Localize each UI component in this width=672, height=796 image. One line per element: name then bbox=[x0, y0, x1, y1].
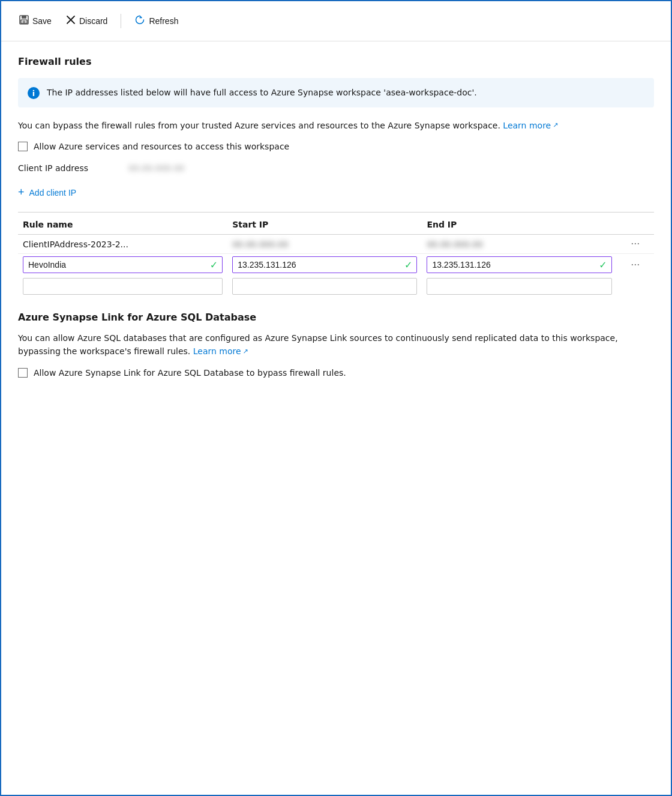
start-ip-cell: 00.00.000.00 bbox=[227, 235, 422, 254]
firewall-section-title: Firewall rules bbox=[18, 56, 654, 67]
azure-link-learn-more-link[interactable]: Learn more ↗ bbox=[193, 345, 248, 358]
table-header-row: Rule name Start IP End IP bbox=[18, 213, 654, 235]
end-ip-cell: 00.00.000.00 bbox=[422, 235, 616, 254]
editing-start-ip-container: ✓ bbox=[232, 256, 417, 273]
azure-synapse-link-section: Azure Synapse Link for Azure SQL Databas… bbox=[18, 312, 654, 378]
azure-link-checkbox[interactable] bbox=[18, 368, 28, 378]
start-ip-check-icon: ✓ bbox=[404, 259, 412, 271]
azure-link-external-icon: ↗ bbox=[243, 346, 248, 357]
start-ip-value: 00.00.000.00 bbox=[232, 240, 289, 249]
allow-azure-label: Allow Azure services and resources to ac… bbox=[34, 142, 289, 151]
discard-button[interactable]: Discard bbox=[60, 11, 113, 31]
svg-rect-3 bbox=[23, 21, 26, 23]
main-content: Firewall rules i The IP addresses listed… bbox=[1, 41, 671, 404]
rule-name-value: ClientIPAddress-2023-2... bbox=[23, 240, 128, 249]
editing-row: ✓ ✓ ✓ ··· bbox=[18, 254, 654, 276]
refresh-icon bbox=[134, 14, 145, 28]
empty-rule-name-input[interactable] bbox=[23, 278, 223, 295]
allow-azure-checkbox-row: Allow Azure services and resources to ac… bbox=[18, 142, 654, 151]
client-ip-row: Client IP address 00.00.000.00 bbox=[18, 163, 654, 173]
discard-icon bbox=[66, 15, 76, 27]
editing-end-ip-cell[interactable]: ✓ bbox=[422, 254, 616, 276]
editing-row-more-options-button[interactable]: ··· bbox=[627, 258, 643, 272]
empty-end-ip-cell[interactable] bbox=[422, 276, 616, 297]
row-more-options-button[interactable]: ··· bbox=[627, 237, 643, 251]
client-ip-value: 00.00.000.00 bbox=[128, 163, 185, 173]
editing-end-ip-container: ✓ bbox=[427, 256, 611, 273]
editing-row-actions-cell: ··· bbox=[617, 254, 654, 276]
bypass-text: You can bypass the firewall rules from y… bbox=[18, 119, 654, 132]
col-header-rule: Rule name bbox=[18, 213, 227, 235]
plus-icon: + bbox=[18, 186, 25, 199]
firewall-table: Rule name Start IP End IP ClientIPAddres… bbox=[18, 213, 654, 297]
svg-rect-1 bbox=[22, 16, 26, 19]
col-header-end: End IP bbox=[422, 213, 616, 235]
azure-link-desc-text: You can allow Azure SQL databases that a… bbox=[18, 333, 618, 356]
empty-rule-name-cell[interactable] bbox=[18, 276, 227, 297]
toolbar-divider bbox=[121, 14, 121, 28]
empty-row-actions-cell bbox=[617, 276, 654, 297]
rule-name-input[interactable] bbox=[23, 256, 223, 273]
save-icon bbox=[19, 15, 29, 27]
end-ip-value: 00.00.000.00 bbox=[427, 240, 483, 249]
editing-rule-name-container: ✓ bbox=[23, 256, 223, 273]
table-row: ClientIPAddress-2023-2... 00.00.000.00 0… bbox=[18, 235, 654, 254]
info-icon: i bbox=[28, 87, 40, 99]
editing-rule-name-cell[interactable]: ✓ bbox=[18, 254, 227, 276]
azure-link-description: You can allow Azure SQL databases that a… bbox=[18, 331, 654, 358]
editing-start-ip-cell[interactable]: ✓ bbox=[227, 254, 422, 276]
refresh-label: Refresh bbox=[149, 16, 178, 26]
rule-name-cell: ClientIPAddress-2023-2... bbox=[18, 235, 227, 254]
empty-row bbox=[18, 276, 654, 297]
add-client-ip-label: Add client IP bbox=[29, 188, 77, 197]
client-ip-label: Client IP address bbox=[18, 163, 114, 173]
save-label: Save bbox=[32, 16, 52, 26]
azure-link-title: Azure Synapse Link for Azure SQL Databas… bbox=[18, 312, 654, 323]
rule-name-check-icon: ✓ bbox=[210, 259, 218, 271]
bypass-text-content: You can bypass the firewall rules from y… bbox=[18, 121, 500, 130]
start-ip-input[interactable] bbox=[232, 256, 417, 273]
end-ip-check-icon: ✓ bbox=[599, 259, 607, 271]
discard-label: Discard bbox=[79, 16, 107, 26]
external-link-icon: ↗ bbox=[553, 121, 558, 131]
save-button[interactable]: Save bbox=[13, 11, 58, 31]
info-banner-text: The IP addresses listed below will have … bbox=[47, 86, 477, 99]
end-ip-input[interactable] bbox=[427, 256, 611, 273]
empty-start-ip-input[interactable] bbox=[232, 278, 417, 295]
refresh-button[interactable]: Refresh bbox=[128, 11, 184, 31]
allow-azure-checkbox[interactable] bbox=[18, 142, 28, 151]
empty-end-ip-input[interactable] bbox=[427, 278, 611, 295]
bypass-learn-more-label: Learn more bbox=[503, 119, 551, 132]
azure-link-checkbox-label: Allow Azure Synapse Link for Azure SQL D… bbox=[34, 368, 346, 378]
info-banner: i The IP addresses listed below will hav… bbox=[18, 78, 654, 107]
col-header-start: Start IP bbox=[227, 213, 422, 235]
azure-link-checkbox-row: Allow Azure Synapse Link for Azure SQL D… bbox=[18, 368, 654, 378]
row-actions-cell: ··· bbox=[617, 235, 654, 254]
empty-start-ip-cell[interactable] bbox=[227, 276, 422, 297]
add-client-ip-button[interactable]: + Add client IP bbox=[18, 182, 76, 202]
azure-link-learn-more-label: Learn more bbox=[193, 345, 241, 358]
bypass-learn-more-link[interactable]: Learn more ↗ bbox=[503, 119, 558, 132]
toolbar: Save Discard Refresh bbox=[1, 1, 671, 41]
col-header-actions bbox=[617, 213, 654, 235]
